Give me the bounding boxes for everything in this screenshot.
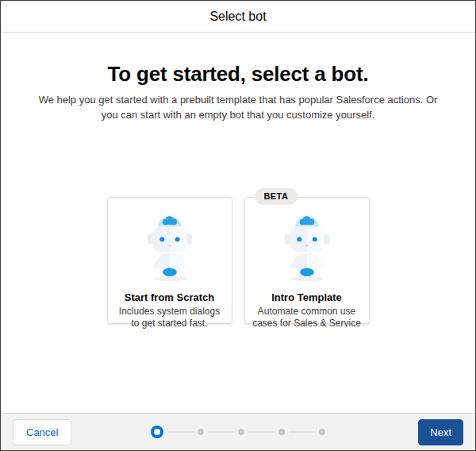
card-description: Includes system dialogs to get started f… — [108, 306, 232, 330]
card-title: Intro Template — [245, 291, 369, 303]
progress-connector — [248, 431, 274, 433]
page-title: To get started, select a bot. — [1, 62, 475, 87]
card-title: Start from Scratch — [108, 291, 232, 303]
select-bot-modal: Select bot To get started, select a bot.… — [0, 0, 476, 451]
progress-indicator — [151, 426, 325, 438]
progress-step-5 — [319, 429, 325, 435]
card-intro-template[interactable]: BETA Intro Template Automate common use … — [244, 197, 370, 324]
modal-body: To get started, select a bot. We help yo… — [1, 62, 475, 324]
progress-step-1-active — [151, 426, 163, 438]
progress-connector — [167, 431, 194, 433]
next-button[interactable]: Next — [418, 419, 463, 445]
card-description: Automate common use cases for Sales & Se… — [245, 306, 369, 330]
beta-badge: BETA — [255, 188, 298, 205]
modal-title: Select bot — [209, 10, 266, 24]
einstein-bot-icon — [133, 202, 206, 283]
einstein-bot-icon — [271, 202, 344, 283]
progress-step-3 — [238, 429, 244, 435]
progress-step-4 — [278, 429, 285, 435]
progress-connector — [208, 431, 234, 433]
modal-header: Select bot — [1, 1, 475, 33]
progress-connector — [289, 431, 315, 433]
page-subtitle: We help you get started with a prebuilt … — [30, 93, 446, 123]
card-start-from-scratch[interactable]: Start from Scratch Includes system dialo… — [107, 197, 232, 324]
progress-step-2 — [198, 429, 204, 435]
modal-footer: Cancel Next — [1, 413, 475, 450]
bot-card-row: Start from Scratch Includes system dialo… — [1, 197, 475, 324]
cancel-button[interactable]: Cancel — [13, 419, 71, 445]
